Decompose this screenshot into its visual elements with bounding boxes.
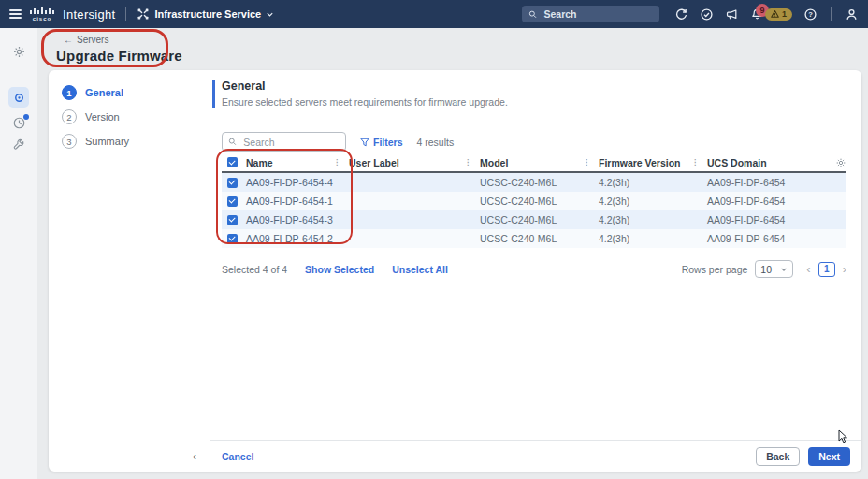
- cell-model: UCSC-C240-M6L: [480, 233, 599, 244]
- column-header-firmware-version[interactable]: Firmware Version ⋮: [599, 157, 707, 168]
- announcements-icon[interactable]: [725, 7, 739, 22]
- column-menu-icon[interactable]: ⋮: [583, 158, 590, 167]
- section-title: General: [222, 80, 846, 93]
- column-header-ucs-domain[interactable]: UCS Domain: [707, 157, 830, 168]
- status-check-icon[interactable]: [700, 7, 714, 22]
- selection-bar: Selected 4 of 4 Show Selected Unselect A…: [222, 260, 846, 278]
- table-toolbar: Filters 4 results: [222, 132, 846, 152]
- rows-per-page-label: Rows per page: [682, 264, 748, 275]
- wizard-steps-panel: 1 General 2 Version 3 Summary ‹: [49, 70, 210, 472]
- chevron-down-icon: [780, 266, 788, 273]
- breadcrumb-servers[interactable]: Servers: [77, 35, 108, 45]
- brand-name: Intersight: [63, 7, 115, 22]
- prev-page-icon[interactable]: ‹: [806, 262, 810, 276]
- sidebar-item-overview[interactable]: [8, 87, 29, 108]
- service-selector[interactable]: Infrastructure Service: [137, 7, 274, 21]
- wrench-icon: [12, 138, 25, 152]
- requests-badge-dot: [23, 114, 29, 120]
- select-all-checkbox[interactable]: [227, 157, 238, 167]
- warning-alarm-badge[interactable]: 1: [765, 8, 792, 21]
- wizard-step-summary[interactable]: 3 Summary: [62, 134, 210, 149]
- column-menu-icon[interactable]: ⋮: [333, 158, 340, 167]
- breadcrumb[interactable]: ← Servers: [64, 35, 182, 45]
- settings-gear-icon[interactable]: [12, 45, 26, 63]
- current-page-number[interactable]: 1: [818, 262, 835, 277]
- upgrade-firmware-card: 1 General 2 Version 3 Summary ‹ General …: [49, 70, 861, 472]
- wizard-footer: Cancel Back Next: [210, 440, 861, 472]
- table-row[interactable]: AA09-FI-DP-6454-1 UCSC-C240-M6L 4.2(3h) …: [222, 192, 846, 210]
- step-label: General: [85, 87, 123, 98]
- navbar-icons: 9 1 ?: [674, 7, 859, 22]
- cisco-bars-icon: [30, 7, 54, 15]
- step-label: Summary: [85, 136, 129, 147]
- alarms-group[interactable]: 9 1: [750, 7, 792, 22]
- cell-name: AA09-FI-DP-6454-4: [246, 177, 349, 188]
- filters-button[interactable]: Filters: [360, 137, 403, 148]
- page-title: Upgrade Firmware: [56, 48, 182, 64]
- row-checkbox[interactable]: [227, 234, 238, 244]
- column-label: UCS Domain: [707, 157, 767, 168]
- cell-firmware: 4.2(3h): [599, 177, 707, 188]
- footer-actions: Back Next: [756, 447, 850, 466]
- service-label: Infrastructure Service: [154, 8, 261, 20]
- section-description: Ensure selected servers meet requirement…: [222, 96, 846, 108]
- pagination: Rows per page 10 ‹ 1 ›: [682, 260, 846, 278]
- wizard-step-version[interactable]: 2 Version: [62, 109, 210, 124]
- selection-summary: Selected 4 of 4: [222, 264, 287, 275]
- refresh-icon[interactable]: [674, 7, 688, 22]
- cisco-logo: cisco: [30, 7, 54, 22]
- sidebar-item-configure[interactable]: [12, 138, 25, 152]
- navbar-divider: [831, 7, 832, 21]
- left-icon-rail: [0, 28, 37, 479]
- sidebar-item-requests[interactable]: [12, 116, 26, 130]
- help-icon[interactable]: ?: [803, 7, 817, 22]
- wizard-content: General Ensure selected servers meet req…: [210, 70, 861, 472]
- cell-domain: AA09-FI-DP-6454: [707, 214, 830, 225]
- cell-domain: AA09-FI-DP-6454: [707, 177, 830, 188]
- user-account-icon[interactable]: [845, 7, 859, 22]
- wizard-step-general[interactable]: 1 General: [62, 85, 210, 100]
- column-header-model[interactable]: Model ⋮: [480, 157, 599, 168]
- table-settings-gear-icon[interactable]: [830, 157, 846, 168]
- next-button[interactable]: Next: [808, 447, 850, 466]
- show-selected-link[interactable]: Show Selected: [305, 264, 374, 275]
- overview-icon: [8, 87, 29, 108]
- results-count: 4 results: [417, 137, 455, 148]
- row-checkbox[interactable]: [227, 215, 238, 225]
- cell-domain: AA09-FI-DP-6454: [707, 196, 830, 207]
- column-menu-icon[interactable]: ⋮: [691, 158, 699, 167]
- cancel-button[interactable]: Cancel: [222, 451, 253, 462]
- cell-domain: AA09-FI-DP-6454: [707, 233, 830, 244]
- column-header-name[interactable]: Name ⋮: [246, 157, 349, 168]
- table-search[interactable]: [222, 132, 346, 152]
- servers-table: Name ⋮ User Label ⋮ Model ⋮ Firmware V: [222, 153, 846, 248]
- column-label: Model: [480, 157, 508, 168]
- cell-name: AA09-FI-DP-6454-1: [246, 196, 349, 207]
- global-search-input[interactable]: [542, 7, 653, 21]
- row-checkbox[interactable]: [227, 196, 238, 207]
- column-label: Firmware Version: [599, 157, 681, 168]
- column-header-user-label[interactable]: User Label ⋮: [349, 157, 480, 168]
- unselect-all-link[interactable]: Unselect All: [392, 264, 448, 275]
- step-number: 2: [62, 109, 77, 124]
- table-row[interactable]: AA09-FI-DP-6454-3 UCSC-C240-M6L 4.2(3h) …: [222, 210, 846, 229]
- rows-per-page-select[interactable]: 10: [755, 260, 793, 278]
- global-search[interactable]: [522, 6, 659, 22]
- cell-model: UCSC-C240-M6L: [480, 196, 599, 207]
- cell-firmware: 4.2(3h): [599, 233, 707, 244]
- column-menu-icon[interactable]: ⋮: [464, 158, 471, 167]
- cell-firmware: 4.2(3h): [599, 196, 707, 207]
- svg-text:?: ?: [808, 10, 813, 19]
- table-row[interactable]: AA09-FI-DP-6454-4 UCSC-C240-M6L 4.2(3h) …: [222, 173, 846, 192]
- row-checkbox[interactable]: [227, 178, 238, 188]
- table-row[interactable]: AA09-FI-DP-6454-2 UCSC-C240-M6L 4.2(3h) …: [222, 229, 846, 248]
- next-page-icon[interactable]: ›: [843, 262, 846, 276]
- back-button[interactable]: Back: [756, 447, 800, 466]
- menu-icon[interactable]: [9, 9, 22, 19]
- table-search-input[interactable]: [241, 136, 340, 149]
- general-step-body: General Ensure selected servers meet req…: [210, 70, 861, 440]
- table-header-row: Name ⋮ User Label ⋮ Model ⋮ Firmware V: [222, 153, 846, 173]
- back-arrow-icon: ←: [64, 35, 73, 45]
- filters-label: Filters: [373, 137, 403, 148]
- collapse-panel-icon[interactable]: ‹: [193, 449, 196, 463]
